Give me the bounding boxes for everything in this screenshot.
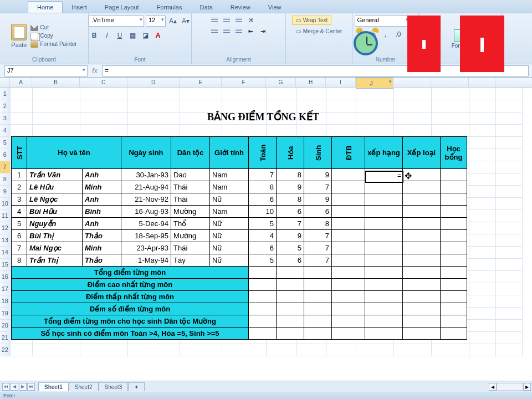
col-j[interactable]: J [356,78,393,89]
align-center-button[interactable] [221,27,232,35]
orientation-button[interactable]: ⤭ [245,16,257,24]
select-all-corner[interactable] [0,78,10,87]
sheet-tab-2[interactable]: Sheet2 [69,382,99,391]
hdr-hoa: Hóa [277,137,304,169]
copy-button[interactable]: Copy [30,33,77,39]
col-l[interactable] [431,78,469,87]
group-clipboard: Paste Cut Copy Format Painter Clipboard [0,13,89,64]
paste-icon [11,24,27,40]
tab-formulas[interactable]: Formulas [148,2,191,13]
align-middle-button[interactable] [221,16,232,24]
col-k[interactable] [393,78,431,87]
col-e[interactable]: E [180,78,222,87]
align-bottom-button[interactable] [233,16,244,24]
format-painter-button[interactable]: Format Painter [30,41,77,48]
sheet-next-button[interactable]: ▶ [19,383,27,391]
font-name-select[interactable]: .VnTime [89,16,144,27]
cut-button[interactable]: Cut [30,24,77,31]
formula-bar: J7 fx = [0,64,532,78]
italic-button[interactable]: I [101,30,112,41]
hdr-hoten: Họ và tên [27,137,121,169]
tab-view[interactable]: View [259,2,290,13]
scroll-right-button[interactable]: ▶ [523,383,531,391]
ribbon-tabs: Home Insert Page Layout Formulas Data Re… [0,0,532,13]
group-wrap: ▭Wrap Text ▭Merge & Center [286,13,352,64]
col-g[interactable]: G [266,78,296,87]
merge-center-button[interactable]: ▭Merge & Center [292,27,346,36]
active-cell[interactable]: = [365,171,403,183]
col-h[interactable]: H [296,78,326,87]
fx-icon[interactable]: fx [88,67,102,75]
indent-increase-button[interactable]: ⇥ [258,27,269,35]
bold-button[interactable]: B [89,30,100,41]
brush-icon [30,41,38,48]
col-d[interactable]: D [127,78,180,87]
hdr-xeploai: Xếp loại [403,137,441,169]
sheet-prev-button[interactable]: ◀ [11,383,18,391]
indent-decrease-button[interactable]: ⇤ [245,27,257,35]
hdr-gioitinh: Giới tính [210,137,249,169]
number-format-select[interactable]: General [355,16,410,27]
col-b[interactable]: B [32,78,80,87]
tab-data[interactable]: Data [191,2,221,13]
paste-button[interactable]: Paste [11,24,27,48]
page-title: BẢNG ĐIỂM TỔNG KẾT [11,111,515,123]
data-table: STT Họ và tên Ngày sinh Dân tộc Giới tín… [11,136,467,340]
ribbon: Paste Cut Copy Format Painter Clipboard … [0,13,532,64]
align-right-button[interactable] [233,27,244,35]
comma-button[interactable]: , [380,29,391,40]
tab-page-layout[interactable]: Page Layout [96,2,148,13]
align-top-button[interactable] [209,16,220,24]
group-clipboard-label: Clipboard [32,56,56,63]
name-box[interactable]: J7 [4,65,88,76]
tab-insert[interactable]: Insert [63,2,96,13]
tab-home[interactable]: Home [28,1,63,13]
overlay-red-1 [407,16,441,72]
col-c[interactable]: C [80,78,127,87]
group-font-label: Font [134,56,145,63]
hdr-sinh: Sinh [304,137,332,169]
hdr-xephang: xếp hạng [365,137,403,169]
sheet-nav: ⏮ ◀ ▶ ⏭ [2,383,35,391]
decrease-font-button[interactable]: A▾ [180,16,191,27]
hdr-ngaysinh: Ngày sinh [121,137,171,169]
col-a[interactable]: A [10,78,32,87]
hdr-toan: Toán [249,137,277,169]
hdr-hocbong: Học bổng [441,137,467,169]
cursor-icon: ✥ [405,171,412,181]
tab-review[interactable]: Review [222,2,259,13]
merge-icon: ▭ [296,28,301,34]
align-left-button[interactable] [209,27,220,35]
underline-button[interactable]: U [114,30,125,41]
fill-color-button[interactable]: ◪ [140,30,151,41]
worksheet-grid[interactable]: A B C D E F G H I J 12345678910111213141… [0,78,532,381]
sheet-first-button[interactable]: ⏮ [2,383,10,391]
hdr-stt: STT [12,137,27,169]
border-button[interactable]: ▦ [127,30,138,41]
paste-label: Paste [11,42,27,48]
scroll-left-button[interactable]: ◀ [489,383,497,391]
overlay-red-2 [460,16,504,72]
col-m[interactable] [469,78,495,87]
col-f[interactable]: F [222,78,266,87]
copy-icon [30,33,38,39]
alarm-clock-icon [354,31,381,62]
clipboard-list: Cut Copy Format Painter [30,24,77,48]
wrap-text-button[interactable]: ▭Wrap Text [292,16,332,25]
hdr-dantoc: Dân tộc [171,137,210,169]
column-headers: A B C D E F G H I J [0,78,532,88]
sheet-new-button[interactable]: ✦ [128,382,145,391]
sheet-last-button[interactable]: ⏭ [27,383,35,391]
sheet-tab-1[interactable]: Sheet1 [38,382,69,391]
horizontal-scrollbar[interactable]: ◀▶ [489,382,531,392]
hdr-dtb: ĐTB [332,137,365,169]
status-bar: Enter [0,392,532,399]
sheet-tab-3[interactable]: Sheet3 [99,382,129,391]
font-color-button[interactable]: A [152,30,163,41]
font-size-select[interactable]: 12 [146,16,166,27]
increase-font-button[interactable]: A▴ [167,16,178,27]
col-i[interactable]: I [326,78,356,87]
scissors-icon [30,24,38,31]
increase-decimal-button[interactable]: .0 [393,29,404,40]
group-alignment-label: Alignment [226,56,250,63]
